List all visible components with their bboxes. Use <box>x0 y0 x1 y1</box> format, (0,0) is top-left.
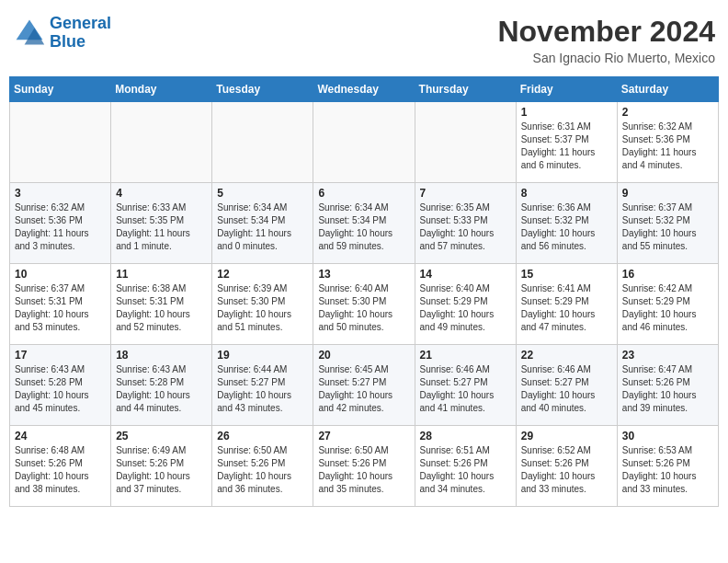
day-number: 15 <box>521 268 612 281</box>
day-number: 18 <box>116 349 207 362</box>
day-info: Sunrise: 6:44 AMSunset: 5:27 PMDaylight:… <box>217 363 308 415</box>
day-info: Sunrise: 6:41 AMSunset: 5:29 PMDaylight:… <box>521 282 612 334</box>
calendar-cell <box>212 102 313 183</box>
day-number: 12 <box>217 268 308 281</box>
calendar-week-2: 3Sunrise: 6:32 AMSunset: 5:36 PMDaylight… <box>10 183 719 264</box>
day-number: 26 <box>217 430 308 442</box>
calendar-cell: 13Sunrise: 6:40 AMSunset: 5:30 PMDayligh… <box>313 264 415 345</box>
weekday-header-sunday: Sunday <box>10 77 111 102</box>
day-number: 6 <box>318 187 409 200</box>
weekday-header-tuesday: Tuesday <box>212 77 313 102</box>
weekday-header-saturday: Saturday <box>617 77 718 102</box>
calendar-cell: 17Sunrise: 6:43 AMSunset: 5:28 PMDayligh… <box>10 345 111 426</box>
day-info: Sunrise: 6:31 AMSunset: 5:37 PMDaylight:… <box>521 121 612 172</box>
day-info: Sunrise: 6:50 AMSunset: 5:26 PMDaylight:… <box>217 444 308 496</box>
day-number: 10 <box>15 268 106 281</box>
day-info: Sunrise: 6:49 AMSunset: 5:26 PMDaylight:… <box>116 444 207 496</box>
day-number: 30 <box>622 430 713 442</box>
day-number: 28 <box>420 430 511 442</box>
calendar-cell: 10Sunrise: 6:37 AMSunset: 5:31 PMDayligh… <box>10 264 111 345</box>
calendar-cell: 8Sunrise: 6:36 AMSunset: 5:32 PMDaylight… <box>516 183 617 264</box>
calendar-cell: 18Sunrise: 6:43 AMSunset: 5:28 PMDayligh… <box>111 345 212 426</box>
calendar-cell <box>111 102 212 183</box>
day-number: 4 <box>116 187 207 200</box>
calendar-cell: 30Sunrise: 6:53 AMSunset: 5:26 PMDayligh… <box>617 426 718 507</box>
location-subtitle: San Ignacio Rio Muerto, Mexico <box>497 51 715 65</box>
day-info: Sunrise: 6:35 AMSunset: 5:33 PMDaylight:… <box>420 201 511 253</box>
day-info: Sunrise: 6:50 AMSunset: 5:26 PMDaylight:… <box>318 444 409 496</box>
calendar-cell: 1Sunrise: 6:31 AMSunset: 5:37 PMDaylight… <box>516 102 617 183</box>
day-number: 1 <box>521 106 612 119</box>
day-number: 9 <box>622 187 713 200</box>
day-info: Sunrise: 6:38 AMSunset: 5:31 PMDaylight:… <box>116 282 207 334</box>
day-info: Sunrise: 6:36 AMSunset: 5:32 PMDaylight:… <box>521 201 612 253</box>
day-info: Sunrise: 6:32 AMSunset: 5:36 PMDaylight:… <box>622 121 713 172</box>
calendar-cell: 6Sunrise: 6:34 AMSunset: 5:34 PMDaylight… <box>313 183 415 264</box>
calendar-cell: 2Sunrise: 6:32 AMSunset: 5:36 PMDaylight… <box>617 102 718 183</box>
day-info: Sunrise: 6:43 AMSunset: 5:28 PMDaylight:… <box>15 363 106 415</box>
weekday-header-wednesday: Wednesday <box>313 77 415 102</box>
day-number: 29 <box>521 430 612 442</box>
logo-icon <box>13 17 46 50</box>
calendar-week-5: 24Sunrise: 6:48 AMSunset: 5:26 PMDayligh… <box>10 426 719 507</box>
calendar-week-1: 1Sunrise: 6:31 AMSunset: 5:37 PMDaylight… <box>10 102 719 183</box>
day-number: 24 <box>15 430 106 442</box>
day-number: 20 <box>318 349 409 362</box>
calendar-cell: 29Sunrise: 6:52 AMSunset: 5:26 PMDayligh… <box>516 426 617 507</box>
day-number: 13 <box>318 268 409 281</box>
day-number: 14 <box>420 268 511 281</box>
weekday-header-friday: Friday <box>516 77 617 102</box>
calendar-cell: 5Sunrise: 6:34 AMSunset: 5:34 PMDaylight… <box>212 183 313 264</box>
day-info: Sunrise: 6:42 AMSunset: 5:29 PMDaylight:… <box>622 282 713 334</box>
calendar-cell: 21Sunrise: 6:46 AMSunset: 5:27 PMDayligh… <box>415 345 516 426</box>
calendar-cell: 15Sunrise: 6:41 AMSunset: 5:29 PMDayligh… <box>516 264 617 345</box>
day-info: Sunrise: 6:52 AMSunset: 5:26 PMDaylight:… <box>521 444 612 496</box>
day-number: 8 <box>521 187 612 200</box>
day-number: 16 <box>622 268 713 281</box>
day-number: 5 <box>217 187 308 200</box>
calendar-cell: 16Sunrise: 6:42 AMSunset: 5:29 PMDayligh… <box>617 264 718 345</box>
calendar-cell: 24Sunrise: 6:48 AMSunset: 5:26 PMDayligh… <box>10 426 111 507</box>
day-info: Sunrise: 6:43 AMSunset: 5:28 PMDaylight:… <box>116 363 207 415</box>
calendar-cell: 12Sunrise: 6:39 AMSunset: 5:30 PMDayligh… <box>212 264 313 345</box>
calendar-cell: 28Sunrise: 6:51 AMSunset: 5:26 PMDayligh… <box>415 426 516 507</box>
calendar-cell <box>313 102 415 183</box>
calendar-cell: 22Sunrise: 6:46 AMSunset: 5:27 PMDayligh… <box>516 345 617 426</box>
day-info: Sunrise: 6:34 AMSunset: 5:34 PMDaylight:… <box>217 201 308 253</box>
calendar-cell: 27Sunrise: 6:50 AMSunset: 5:26 PMDayligh… <box>313 426 415 507</box>
day-number: 22 <box>521 349 612 362</box>
day-number: 3 <box>15 187 106 200</box>
calendar-table: SundayMondayTuesdayWednesdayThursdayFrid… <box>9 76 719 507</box>
day-info: Sunrise: 6:34 AMSunset: 5:34 PMDaylight:… <box>318 201 409 253</box>
calendar-cell <box>415 102 516 183</box>
day-info: Sunrise: 6:46 AMSunset: 5:27 PMDaylight:… <box>420 363 511 415</box>
calendar-cell: 7Sunrise: 6:35 AMSunset: 5:33 PMDaylight… <box>415 183 516 264</box>
calendar-cell: 9Sunrise: 6:37 AMSunset: 5:32 PMDaylight… <box>617 183 718 264</box>
page-header: General Blue November 2024 San Ignacio R… <box>9 9 719 71</box>
calendar-cell: 14Sunrise: 6:40 AMSunset: 5:29 PMDayligh… <box>415 264 516 345</box>
day-info: Sunrise: 6:37 AMSunset: 5:32 PMDaylight:… <box>622 201 713 253</box>
calendar-cell: 4Sunrise: 6:33 AMSunset: 5:35 PMDaylight… <box>111 183 212 264</box>
calendar-cell: 20Sunrise: 6:45 AMSunset: 5:27 PMDayligh… <box>313 345 415 426</box>
day-info: Sunrise: 6:40 AMSunset: 5:30 PMDaylight:… <box>318 282 409 334</box>
day-number: 21 <box>420 349 511 362</box>
calendar-cell: 19Sunrise: 6:44 AMSunset: 5:27 PMDayligh… <box>212 345 313 426</box>
month-title: November 2024 <box>497 15 715 49</box>
day-number: 17 <box>15 349 106 362</box>
logo-text: General Blue <box>50 15 111 52</box>
day-info: Sunrise: 6:46 AMSunset: 5:27 PMDaylight:… <box>521 363 612 415</box>
weekday-header-row: SundayMondayTuesdayWednesdayThursdayFrid… <box>10 77 719 102</box>
calendar-cell: 25Sunrise: 6:49 AMSunset: 5:26 PMDayligh… <box>111 426 212 507</box>
calendar-cell: 23Sunrise: 6:47 AMSunset: 5:26 PMDayligh… <box>617 345 718 426</box>
day-info: Sunrise: 6:33 AMSunset: 5:35 PMDaylight:… <box>116 201 207 253</box>
day-number: 23 <box>622 349 713 362</box>
day-info: Sunrise: 6:47 AMSunset: 5:26 PMDaylight:… <box>622 363 713 415</box>
day-number: 27 <box>318 430 409 442</box>
day-info: Sunrise: 6:32 AMSunset: 5:36 PMDaylight:… <box>15 201 106 253</box>
day-info: Sunrise: 6:40 AMSunset: 5:29 PMDaylight:… <box>420 282 511 334</box>
day-number: 2 <box>622 106 713 119</box>
day-number: 25 <box>116 430 207 442</box>
calendar-week-4: 17Sunrise: 6:43 AMSunset: 5:28 PMDayligh… <box>10 345 719 426</box>
day-info: Sunrise: 6:45 AMSunset: 5:27 PMDaylight:… <box>318 363 409 415</box>
calendar-cell: 26Sunrise: 6:50 AMSunset: 5:26 PMDayligh… <box>212 426 313 507</box>
